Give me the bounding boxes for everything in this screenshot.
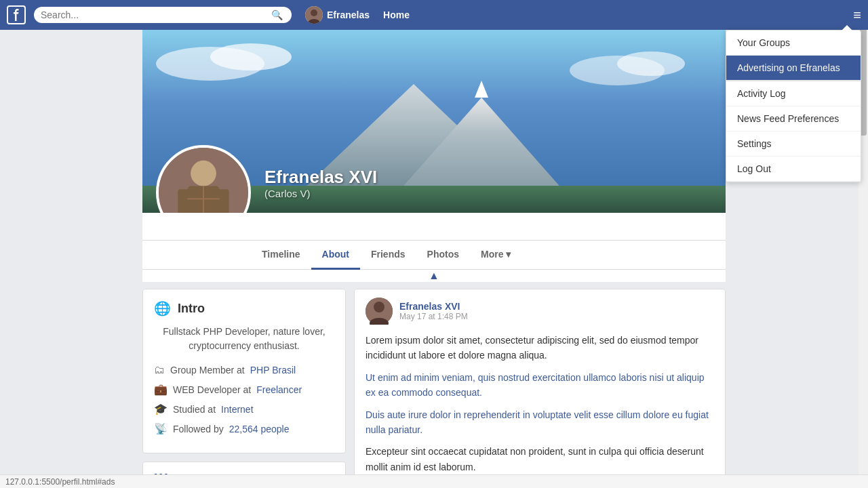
svg-rect-15 [178,189,191,213]
tab-timeline[interactable]: Timeline [251,241,311,270]
intro-followers-text: Followed by [173,424,224,434]
navbar-username: Efranelas [327,9,370,20]
svg-rect-16 [216,189,229,213]
tab-photos[interactable]: Photos [416,241,470,270]
cover-photo: Efranelas XVI (Carlos V) [142,30,726,213]
post-user-info: Efranelas XVI May 17 at 1:48 PM [399,301,468,321]
profile-tabs: Timeline About Friends Photos More ▾ [142,240,726,270]
education-icon: 🎓 [154,403,167,415]
profile-avatar [156,145,251,213]
intro-group-link[interactable]: PHP Brasil [250,365,296,375]
search-bar: 🔍 [34,7,292,23]
tab-friends[interactable]: Friends [360,241,416,270]
avatar-image [159,145,248,213]
intro-item-edu: 🎓 Studied at Internet [154,403,334,415]
profile-name: Efranelas XVI [264,167,377,188]
post-card: Efranelas XVI May 17 at 1:48 PM Lorem ip… [354,289,726,488]
intro-group-text: Group Member at [170,365,245,375]
followers-icon: 📡 [154,422,167,435]
navbar-avatar [305,6,323,24]
left-panel: 🌐 Intro Fullstack PHP Developer, nature … [142,289,346,488]
dropdown-logout[interactable]: Log Out [726,157,861,182]
svg-point-7 [617,52,685,76]
intro-item-followers: 📡 Followed by 22,564 people [154,422,334,435]
svg-point-31 [374,302,384,312]
post-body: Lorem ipsum dolor sit amet, consectetur … [355,333,725,488]
post-paragraph-4: Excepteur sint occaecat cupidatat non pr… [366,444,714,474]
intro-work-text: WEB Developer at [173,384,251,395]
globe-icon: 🌐 [154,300,171,317]
work-icon: 💼 [154,383,167,396]
dropdown-news-feed[interactable]: News Feed Preferences [726,106,861,131]
facebook-logo [7,5,26,24]
intro-edu-link[interactable]: Internet [221,404,253,415]
post-paragraph-3: Duis aute irure dolor in reprehenderit i… [366,407,714,438]
dropdown-advertising[interactable]: Advertising on Efranelas [726,56,861,81]
dropdown-your-groups[interactable]: Your Groups [726,30,861,56]
intro-item-group: 🗂 Group Member at PHP Brasil [154,364,334,376]
navbar-user[interactable]: Efranelas [305,6,370,24]
svg-point-1 [311,9,317,16]
dropdown-arrow [842,25,852,30]
cover-area: Efranelas XVI (Carlos V) [142,30,726,282]
intro-description: Fullstack PHP Developer, nature lover, c… [154,325,334,353]
menu-icon[interactable]: ≡ [853,7,861,23]
group-icon: 🗂 [154,364,165,376]
profile-name-overlay: Efranelas XVI (Carlos V) [264,167,377,199]
intro-item-work: 💼 WEB Developer at Freelancer [154,383,334,396]
status-bar: 127.0.0.1:5500/perfil.html#ads [0,474,868,488]
home-link[interactable]: Home [383,9,410,20]
navbar: 🔍 Efranelas Home ≡ [0,0,868,30]
post-time: May 17 at 1:48 PM [399,312,468,321]
content-area: 🌐 Intro Fullstack PHP Developer, nature … [142,289,726,488]
intro-edu-text: Studied at [173,404,216,415]
intro-followers-link[interactable]: 22,564 people [229,424,290,434]
status-url: 127.0.0.1:5500/perfil.html#ads [5,477,115,487]
post-username[interactable]: Efranelas XVI [399,301,468,312]
post-paragraph-2: Ut enim ad minim veniam, quis nostrud ex… [366,370,714,401]
profile-subtitle: (Carlos V) [264,188,377,199]
svg-point-13 [191,161,216,186]
search-icon: 🔍 [271,9,283,20]
right-panel: Efranelas XVI May 17 at 1:48 PM Lorem ip… [354,289,726,488]
profile-avatar-wrapper [156,145,251,213]
tab-more[interactable]: More ▾ [470,241,521,270]
dropdown-menu: Your Groups Advertising on Efranelas Act… [726,30,861,182]
post-avatar [366,298,393,325]
search-input[interactable] [41,9,271,20]
intro-title: 🌐 Intro [154,300,334,317]
tab-about[interactable]: About [311,241,360,270]
dropdown-activity-log[interactable]: Activity Log [726,81,861,106]
svg-point-5 [210,43,292,70]
post-header: Efranelas XVI May 17 at 1:48 PM [355,289,725,333]
tab-indicator: ▲ [142,270,726,282]
post-paragraph-1: Lorem ipsum dolor sit amet, consectetur … [366,333,714,363]
navbar-center: Efranelas Home [305,6,410,24]
intro-work-link[interactable]: Freelancer [256,384,302,395]
intro-card: 🌐 Intro Fullstack PHP Developer, nature … [142,289,346,453]
dropdown-settings[interactable]: Settings [726,131,861,157]
